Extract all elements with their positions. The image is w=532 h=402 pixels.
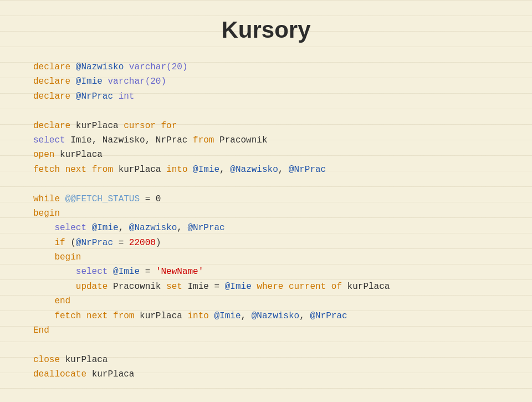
kw-fetch: fetch [33,165,60,175]
var-list-1: @Imie [193,165,219,175]
kw-select: select [33,135,65,145]
var-list-4: @Imie [214,311,241,321]
code-line-8: while @@FETCH_STATUS = 0 [33,192,499,206]
code-line-16: fetch next from kurPlaca into @Imie, @Na… [33,309,499,323]
var-nazwisko: @Nazwisko [76,62,124,72]
kw-next-2: next [86,311,108,321]
code-line-19: deallocate kurPlaca [33,367,499,381]
var-nazwisko-2: @Nazwisko [129,223,177,233]
kw-update: update [76,282,108,292]
var-nrprac: @NrPrac [76,91,113,101]
code-line-14: update Pracownik set Imie = @Imie where … [33,279,499,294]
code-line-4: declare kurPlaca cursor for [33,119,499,133]
code-line-3: declare @NrPrac int [33,89,499,104]
var-list-2: @Nazwisko [230,165,278,175]
page-container: Kursory declare @Nazwisko varchar(20) de… [0,0,532,402]
comma-5: , [241,311,247,321]
fetch-cursor-2: kurPlaca [140,311,182,321]
code-line-18: close kurPlaca [33,353,499,367]
code-line-blank-2 [33,177,499,191]
kw-int: int [119,91,135,101]
code-line-7: fetch next from kurPlaca into @Imie, @Na… [33,162,499,177]
assign-eq: = [145,267,151,277]
code-line-17: End [33,323,499,338]
kw-into: into [166,165,187,175]
comma-3: , [119,223,124,233]
code-line-5: select Imie, Nazwisko, NrPrac from Praco… [33,133,499,147]
kw-end: end [54,296,70,306]
kw-declare: declare [33,62,70,72]
var-imie-4: @Imie [225,282,252,292]
table-pracownik-2: Pracownik [113,282,161,292]
if-close-paren: ) [156,238,161,248]
col-names: Imie, Nazwisko, NrPrac [70,135,187,145]
var-list-3: @NrPrac [289,165,326,175]
kw-current: current [289,282,326,292]
if-paren: ( [70,238,76,248]
dealloc-cursor: kurPlaca [92,369,135,379]
col-imie: Imie [187,282,208,292]
close-cursor: kurPlaca [65,355,108,365]
code-block: declare @Nazwisko varchar(20) declare @I… [33,60,499,382]
kw-if: if [54,238,65,248]
code-line-13: select @Imie = 'NewName' [33,264,499,279]
kw-cursor: cursor [124,121,156,131]
kw-select-3: select [76,267,108,277]
code-line-blank-3 [33,338,499,352]
kw-varchar: varchar(20) [129,62,188,72]
var-imie-2: @Imie [92,223,119,233]
kw-open: open [33,150,54,160]
kw-fetch-2: fetch [54,311,81,321]
kw-declare-3: declare [33,91,70,101]
code-line-12: begin [33,250,499,264]
kw-declare-4: declare [33,121,70,131]
kw-next: next [65,165,86,175]
comma-2: , [278,165,284,175]
kw-of: of [331,282,342,292]
var-list-6: @NrPrac [310,311,347,321]
code-line-1: declare @Nazwisko varchar(20) [33,60,499,74]
comma-6: , [299,311,305,321]
var-imie-3: @Imie [113,267,140,277]
kw-End: End [33,325,49,335]
code-line-15: end [33,294,499,308]
comma-1: , [219,165,225,175]
kw-begin-2: begin [54,252,81,262]
code-line-blank-1 [33,104,499,118]
kw-close: close [33,355,60,365]
eq-sign-2: = [119,238,129,248]
code-line-11: if (@NrPrac = 22000) [33,236,499,250]
comma-4: , [177,223,182,233]
eq-sign: = 0 [145,194,161,204]
kw-declare-2: declare [33,77,70,86]
fetch-cursor: kurPlaca [119,165,161,175]
code-line-2: declare @Imie varchar(20) [33,74,499,89]
num-22000: 22000 [129,238,156,248]
page-title: Kursory [33,17,499,43]
kw-set: set [166,282,182,292]
kw-select-2: select [54,223,86,233]
var-nrprac-2: @NrPrac [188,223,225,233]
code-line-10: select @Imie, @Nazwisko, @NrPrac [33,221,499,235]
kw-while: while [33,194,60,204]
str-newname: 'NewName' [156,267,203,277]
kw-deallocate: deallocate [33,369,86,379]
kw-from-2: from [92,165,113,175]
assign-eq-2: = [214,282,220,292]
code-line-6: open kurPlaca [33,147,499,162]
open-cursor: kurPlaca [60,150,103,160]
kw-varchar-2: varchar(20) [108,77,166,86]
table-pracownik: Pracownik [219,135,267,145]
kw-from-3: from [113,311,134,321]
cursor-name: kurPlaca [76,121,119,131]
kw-from: from [193,135,214,145]
kw-where: where [257,282,283,292]
code-line-9: begin [33,206,499,221]
var-imie: @Imie [76,77,103,86]
cursor-name-2: kurPlaca [347,282,390,292]
kw-fetch-status: @@FETCH_STATUS [65,194,140,204]
kw-for: for [161,121,177,131]
kw-begin: begin [33,208,60,218]
kw-into-2: into [187,311,208,321]
var-list-5: @Nazwisko [252,311,299,321]
